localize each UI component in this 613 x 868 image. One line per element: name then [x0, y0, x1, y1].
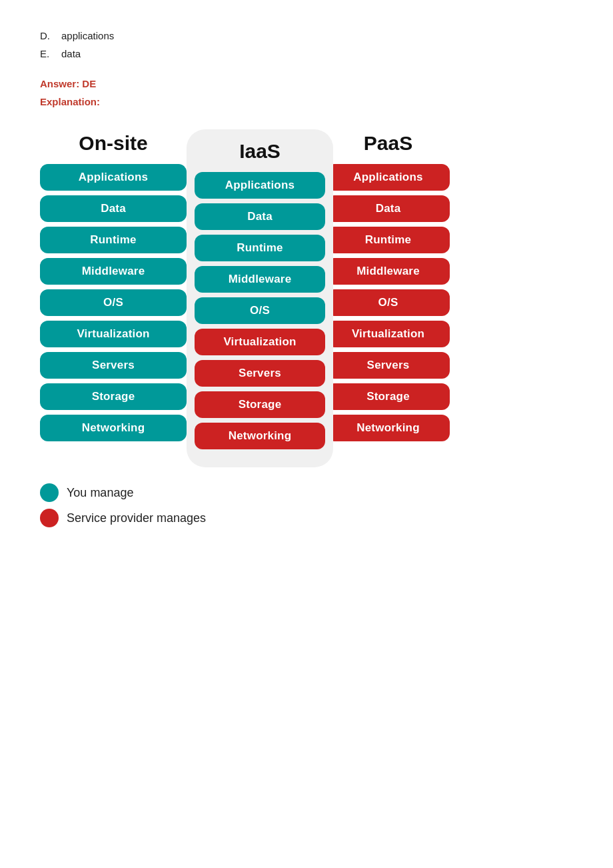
- column-paas: PaaS Applications Data Runtime Middlewar…: [326, 129, 450, 446]
- iaas-data: Data: [195, 203, 325, 230]
- legend-you-manage-label: You manage: [67, 486, 133, 500]
- onsite-middleware: Middleware: [40, 258, 187, 285]
- onsite-servers: Servers: [40, 352, 187, 379]
- option-e-text: data: [61, 45, 81, 63]
- legend-provider-manages-label: Service provider manages: [67, 511, 206, 525]
- legend-red-dot: [40, 509, 59, 527]
- onsite-os: O/S: [40, 289, 187, 316]
- paas-applications: Applications: [326, 164, 450, 191]
- onsite-virtualization: Virtualization: [40, 321, 187, 347]
- iaas-middleware: Middleware: [195, 266, 325, 293]
- paas-storage: Storage: [326, 383, 450, 410]
- explanation-label: Explanation:: [40, 93, 573, 111]
- onsite-networking: Networking: [40, 415, 187, 441]
- legend-provider-manages: Service provider manages: [40, 509, 573, 527]
- iaas-virtualization: Virtualization: [195, 329, 325, 355]
- paas-runtime: Runtime: [326, 227, 450, 253]
- legend-teal-dot: [40, 483, 59, 502]
- paas-networking: Networking: [326, 415, 450, 441]
- iaas-applications: Applications: [195, 172, 325, 199]
- onsite-storage: Storage: [40, 383, 187, 410]
- paas-header: PaaS: [364, 129, 412, 155]
- legend-you-manage: You manage: [40, 483, 573, 502]
- options-list: D. applications E. data: [40, 27, 573, 63]
- paas-os: O/S: [326, 289, 450, 316]
- paas-virtualization: Virtualization: [326, 321, 450, 347]
- option-d-letter: D.: [40, 27, 53, 45]
- legend: You manage Service provider manages: [40, 483, 573, 527]
- iaas-servers: Servers: [195, 360, 325, 387]
- onsite-data: Data: [40, 195, 187, 222]
- onsite-applications: Applications: [40, 164, 187, 191]
- option-e-letter: E.: [40, 45, 53, 63]
- option-d-text: applications: [61, 27, 114, 45]
- onsite-header: On-site: [79, 129, 147, 155]
- diagram-wrapper: On-site Applications Data Runtime Middle…: [40, 129, 586, 467]
- option-d: D. applications: [40, 27, 573, 45]
- iaas-os: O/S: [195, 297, 325, 324]
- answer-section: Answer: DE Explanation:: [40, 75, 573, 111]
- iaas-networking: Networking: [195, 423, 325, 449]
- column-iaas: IaaS Applications Data Runtime Middlewar…: [187, 129, 333, 467]
- paas-servers: Servers: [326, 352, 450, 379]
- answer-label: Answer: DE: [40, 75, 573, 93]
- paas-data: Data: [326, 195, 450, 222]
- option-e: E. data: [40, 45, 573, 63]
- iaas-runtime: Runtime: [195, 235, 325, 261]
- iaas-header: IaaS: [239, 137, 281, 163]
- paas-middleware: Middleware: [326, 258, 450, 285]
- iaas-storage: Storage: [195, 391, 325, 418]
- column-onsite: On-site Applications Data Runtime Middle…: [40, 129, 187, 446]
- onsite-runtime: Runtime: [40, 227, 187, 253]
